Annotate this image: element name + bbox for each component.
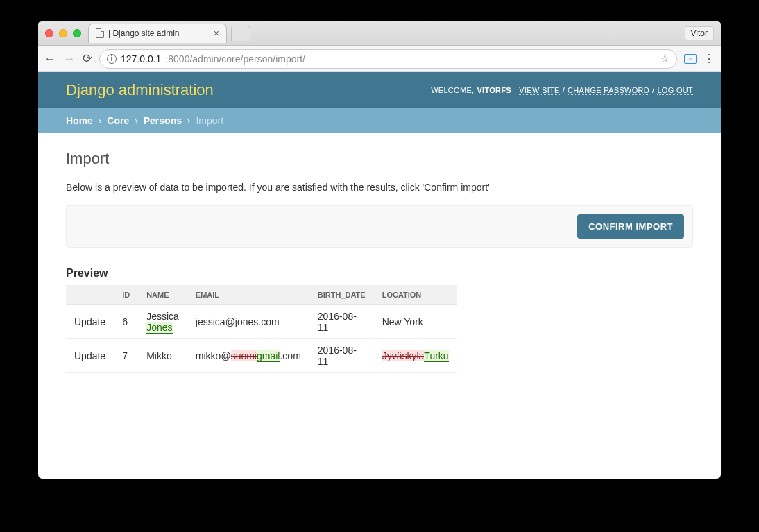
- browser-menu-icon[interactable]: ⋮: [703, 52, 715, 65]
- col-action: [66, 285, 114, 305]
- cell-action: Update: [66, 305, 114, 339]
- tab-close-icon[interactable]: ×: [214, 28, 219, 39]
- django-header: Django administration WELCOME, VITORFS. …: [38, 72, 721, 108]
- table-row: Update 6 Jessica Jones jessica@jones.com…: [66, 305, 457, 339]
- col-location: LOCATION: [374, 285, 457, 305]
- diff-insert: Jones: [146, 322, 172, 334]
- table-row: Update 7 Mikko mikko@suomigmail.com 2016…: [66, 339, 457, 373]
- welcome-text: WELCOME,: [431, 86, 474, 94]
- diff-insert: Turku: [424, 350, 448, 362]
- submit-row: CONFIRM IMPORT: [66, 205, 693, 248]
- diff-delete: suomi: [231, 350, 257, 361]
- cell-birth-date: 2016-08-11: [309, 339, 374, 373]
- intro-text: Below is a preview of data to be importe…: [66, 182, 693, 193]
- window-maximize-icon[interactable]: [73, 29, 81, 37]
- view-site-link[interactable]: VIEW SITE: [519, 86, 559, 95]
- window-close-icon[interactable]: [45, 29, 53, 37]
- cell-action: Update: [66, 339, 114, 373]
- username: VITORFS: [477, 86, 511, 94]
- cell-location: JyväskylaTurku: [374, 339, 457, 373]
- cell-email: mikko@suomigmail.com: [187, 339, 309, 373]
- cell-birth-date: 2016-08-11: [309, 305, 374, 339]
- site-info-icon[interactable]: i: [107, 54, 117, 64]
- bookmark-star-icon[interactable]: ☆: [660, 52, 670, 65]
- cell-location: New York: [374, 305, 457, 339]
- diff-insert: gmail: [257, 350, 280, 362]
- window-minimize-icon[interactable]: [59, 29, 67, 37]
- table-header-row: ID NAME EMAIL BIRTH_DATE LOCATION: [66, 285, 457, 305]
- page-title: Import: [66, 150, 693, 168]
- extension-icon[interactable]: ≡: [684, 54, 697, 64]
- cell-name: Mikko: [138, 339, 187, 373]
- new-tab-button[interactable]: [231, 26, 250, 41]
- change-password-link[interactable]: CHANGE PASSWORD: [568, 86, 649, 95]
- preview-table: ID NAME EMAIL BIRTH_DATE LOCATION Update…: [66, 285, 457, 373]
- breadcrumb-home[interactable]: Home: [66, 115, 93, 126]
- back-button[interactable]: ←: [44, 52, 56, 66]
- tab-strip: | Django site admin × Vitor: [38, 21, 721, 46]
- browser-profile-badge[interactable]: Vitor: [685, 26, 714, 40]
- breadcrumb-current: Import: [196, 115, 223, 126]
- browser-window: | Django site admin × Vitor ← → ⟳ i 127.…: [38, 21, 721, 479]
- cell-id: 6: [114, 305, 138, 339]
- tab-title: | Django site admin: [108, 28, 180, 38]
- brand-title[interactable]: Django administration: [66, 81, 214, 99]
- page-favicon-icon: [96, 28, 104, 38]
- cell-id: 7: [114, 339, 138, 373]
- logout-link[interactable]: LOG OUT: [657, 86, 693, 95]
- breadcrumb-model[interactable]: Persons: [144, 115, 182, 126]
- forward-button[interactable]: →: [63, 52, 76, 66]
- col-name: NAME: [138, 285, 187, 305]
- main-content: Import Below is a preview of data to be …: [38, 133, 721, 390]
- cell-name: Jessica Jones: [138, 305, 187, 339]
- url-path: :8000/admin/core/person/import/: [165, 53, 305, 65]
- cell-email: jessica@jones.com: [187, 305, 309, 339]
- col-id: ID: [114, 285, 138, 305]
- diff-delete: Jyväskyla: [382, 350, 425, 361]
- breadcrumb-sep: ›: [187, 115, 191, 126]
- browser-tab[interactable]: | Django site admin ×: [88, 24, 227, 43]
- url-host: 127.0.0.1: [121, 53, 161, 65]
- breadcrumb: Home › Core › Persons › Import: [38, 108, 721, 133]
- window-controls: [45, 29, 81, 37]
- breadcrumb-sep: ›: [99, 115, 102, 126]
- breadcrumb-app[interactable]: Core: [107, 115, 129, 126]
- col-email: EMAIL: [187, 285, 309, 305]
- preview-heading: Preview: [66, 267, 693, 280]
- toolbar: ← → ⟳ i 127.0.0.1:8000/admin/core/person…: [38, 46, 721, 72]
- reload-button[interactable]: ⟳: [83, 51, 92, 66]
- col-birth-date: BIRTH_DATE: [309, 285, 374, 305]
- address-bar[interactable]: i 127.0.0.1:8000/admin/core/person/impor…: [99, 49, 677, 69]
- confirm-import-button[interactable]: CONFIRM IMPORT: [577, 214, 684, 239]
- breadcrumb-sep: ›: [135, 115, 138, 126]
- user-links: WELCOME, VITORFS. VIEW SITE / CHANGE PAS…: [431, 86, 693, 95]
